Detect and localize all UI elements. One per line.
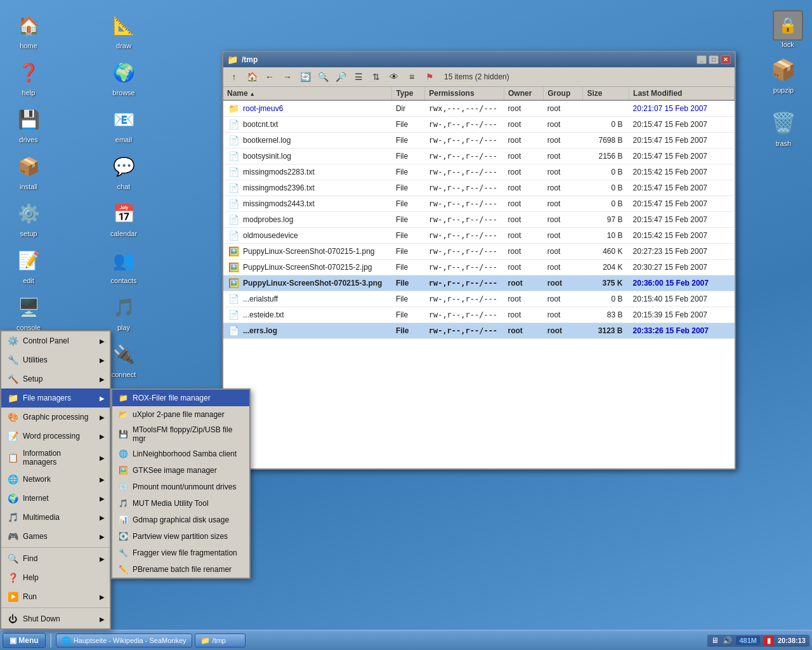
icon-trash[interactable]: 🗑️ trash	[761, 104, 806, 151]
menu-separator-2	[1, 607, 110, 608]
menu-item-setup[interactable]: 🔨 Setup ▶	[1, 369, 110, 388]
menu-item-run[interactable]: ▶️ Run ▶	[1, 587, 110, 606]
table-row[interactable]: 📄 missingmods2443.txt File rw-,r--,r--/-…	[223, 196, 735, 212]
menu-item-file-managers[interactable]: 📁 File managers ▶ 📁 ROX-Filer file manag…	[1, 388, 110, 408]
col-name[interactable]: Name	[223, 87, 392, 100]
col-modified[interactable]: Last Modified	[629, 87, 735, 100]
table-row[interactable]: 📄 missingmods2396.txt File rw-,r--,r--/-…	[223, 180, 735, 196]
icon-setup[interactable]: ⚙️ setup	[6, 194, 51, 241]
forward-button[interactable]: →	[279, 69, 296, 84]
file-name: 📄 ...erialstuff	[223, 291, 392, 307]
menu-item-network[interactable]: 🌐 Network ▶	[1, 470, 110, 489]
arrow-icon: ▶	[100, 433, 105, 440]
menu-item-control-panel[interactable]: ⚙️ Control Panel ▶	[1, 331, 110, 350]
submenu-linneighborhood[interactable]: 🌐 LinNeighborhood Samba client	[112, 446, 249, 462]
submenu-gdmap[interactable]: 📊 Gdmap graphical disk usage	[112, 512, 249, 528]
preview-button[interactable]: 👁	[386, 69, 402, 84]
icon-email[interactable]: 📧 email	[102, 100, 146, 147]
arrow-icon: ▶	[100, 376, 105, 383]
table-row[interactable]: 📄 ...erialstuff File rw-,r--,r--/--- roo…	[223, 291, 735, 307]
table-row[interactable]: 🖼️ PuppyLinux-ScreenShot-070215-3.png Fi…	[223, 275, 735, 291]
table-row[interactable]: 📄 bootcnt.txt File rw-,r--,r--/--- root …	[223, 117, 735, 133]
submenu-rox-filer[interactable]: 📁 ROX-Filer file manager	[112, 390, 249, 406]
icon-console[interactable]: 🖥️ console	[6, 288, 51, 335]
icon-calendar[interactable]: 📅 calendar	[102, 194, 146, 241]
submenu-pbrename[interactable]: ✏️ PBrename batch file renamer	[112, 561, 249, 578]
table-row[interactable]: 🖼️ PuppyLinux-ScreenShot-070215-2.jpg Fi…	[223, 260, 735, 275]
taskbar-window2[interactable]: 📁 /tmp	[195, 633, 246, 647]
menu-item-label: Control Panel	[23, 336, 69, 345]
file-owner: root	[504, 133, 544, 149]
zoom-out-button[interactable]: 🔎	[332, 69, 349, 84]
file-name: 📄 ...esteide.txt	[223, 307, 392, 323]
menu-item-information-managers[interactable]: 📋 Information managers ▶	[1, 446, 110, 470]
menu-item-utilities[interactable]: 🔧 Utilities ▶	[1, 350, 110, 369]
table-row[interactable]: 📄 ...errs.log File rw-,r--,r--/--- root …	[223, 323, 735, 339]
menu-item-word-processing[interactable]: 📝 Word processing ▶	[1, 427, 110, 446]
icon-draw[interactable]: 📐 draw	[102, 6, 146, 53]
icon-browse[interactable]: 🌍 browse	[102, 53, 146, 100]
icon-drives[interactable]: 💾 drives	[6, 100, 51, 147]
col-type[interactable]: Type	[392, 87, 425, 100]
icon-contacts[interactable]: 👥 contacts	[102, 241, 146, 288]
submenu-gtksee[interactable]: 🖼️ GTKSee image manager	[112, 462, 249, 479]
icon-pupzip[interactable]: 📦 pupzip	[761, 51, 806, 98]
col-size[interactable]: Size	[583, 87, 629, 100]
menu-item-graphic-processing[interactable]: 🎨 Graphic processing ▶	[1, 408, 110, 427]
info-button[interactable]: ⚑	[421, 69, 438, 84]
table-row[interactable]: 📄 bootkernel.log File rw-,r--,r--/--- ro…	[223, 133, 735, 149]
table-row[interactable]: 📄 oldmousedevice File rw-,r--,r--/--- ro…	[223, 228, 735, 244]
lock-desktop-icon[interactable]: 🔒 lock	[770, 6, 806, 52]
play-icon: 🎵	[108, 292, 139, 322]
icon-chat[interactable]: 💬 chat	[102, 147, 146, 194]
minimize-button[interactable]: _	[697, 55, 707, 64]
home-button[interactable]: 🏠	[244, 69, 260, 84]
icon-help[interactable]: ❓ help	[6, 53, 51, 100]
table-row[interactable]: 🖼️ PuppyLinux-ScreenShot-070215-1.png Fi…	[223, 244, 735, 260]
table-row[interactable]: 📁 root-jmeuv6 Dir rwx,---,---/--- root r…	[223, 100, 735, 117]
table-row[interactable]: 📄 bootsysinit.log File rw-,r--,r--/--- r…	[223, 149, 735, 164]
menu-item-help[interactable]: ❓ Help	[1, 568, 110, 587]
maximize-button[interactable]: □	[709, 55, 719, 64]
list-view-button[interactable]: ≡	[403, 69, 420, 84]
arrow-icon: ▶	[100, 514, 105, 521]
table-row[interactable]: 📄 modprobes.log File rw-,r--,r--/--- roo…	[223, 212, 735, 228]
menu-item-games[interactable]: 🎮 Games ▶	[1, 527, 110, 546]
up-button[interactable]: ↑	[226, 69, 242, 84]
file-name-text: PuppyLinux-ScreenShot-070215-1.png	[243, 247, 374, 256]
file-size: 10 B	[583, 228, 629, 244]
file-list[interactable]: Name Type Permissions Owner Group Size L…	[223, 87, 735, 468]
view-button[interactable]: ☰	[350, 69, 367, 84]
browse-label: browse	[112, 89, 134, 96]
gtksee-icon: 🖼️	[117, 465, 129, 476]
icon-edit[interactable]: 📝 edit	[6, 241, 51, 288]
back-button[interactable]: ←	[261, 69, 278, 84]
submenu-uxplor[interactable]: 📂 uXplor 2-pane file manager	[112, 406, 249, 423]
taskbar-window1[interactable]: 🌐 Hauptseite - Wikipedia - SeaMonkey	[56, 633, 192, 647]
submenu-pmount[interactable]: 💿 Pmount mount/unmount drives	[112, 479, 249, 495]
refresh-button[interactable]: 🔄	[297, 69, 313, 84]
zoom-in-button[interactable]: 🔍	[315, 69, 331, 84]
close-button[interactable]: ✕	[721, 55, 731, 64]
submenu-mtoolsfm[interactable]: 💾 MToolsFM floppy/Zip/USB file mgr	[112, 423, 249, 446]
submenu-partview[interactable]: 💽 Partview view partition sizes	[112, 528, 249, 545]
table-row[interactable]: 📄 missingmods2283.txt File rw-,r--,r--/-…	[223, 164, 735, 180]
col-owner[interactable]: Owner	[504, 87, 544, 100]
submenu-mut[interactable]: 🎵 MUT Media Utility Tool	[112, 495, 249, 512]
col-permissions[interactable]: Permissions	[425, 87, 504, 100]
menu-item-shutdown[interactable]: ⏻ Shut Down ▶	[1, 609, 110, 628]
icon-install[interactable]: 📦 install	[6, 147, 51, 194]
menu-item-find[interactable]: 🔍 Find ▶	[1, 549, 110, 568]
window-controls: _ □ ✕	[697, 55, 731, 64]
col-group[interactable]: Group	[544, 87, 583, 100]
menu-item-internet[interactable]: 🌍 Internet ▶	[1, 489, 110, 508]
submenu-fragger[interactable]: 🔧 Fragger view file fragmentation	[112, 545, 249, 561]
icon-home[interactable]: 🏠 home	[6, 6, 51, 53]
icon-play[interactable]: 🎵 play	[102, 288, 146, 335]
menu-item-multimedia[interactable]: 🎵 Multimedia ▶	[1, 508, 110, 527]
arrow-icon: ▶	[100, 357, 105, 364]
sort-button[interactable]: ⇅	[368, 69, 384, 84]
table-row[interactable]: 📄 ...esteide.txt File rw-,r--,r--/--- ro…	[223, 307, 735, 323]
start-button[interactable]: ▣ Menu	[3, 633, 46, 648]
file-owner: root	[504, 307, 544, 323]
